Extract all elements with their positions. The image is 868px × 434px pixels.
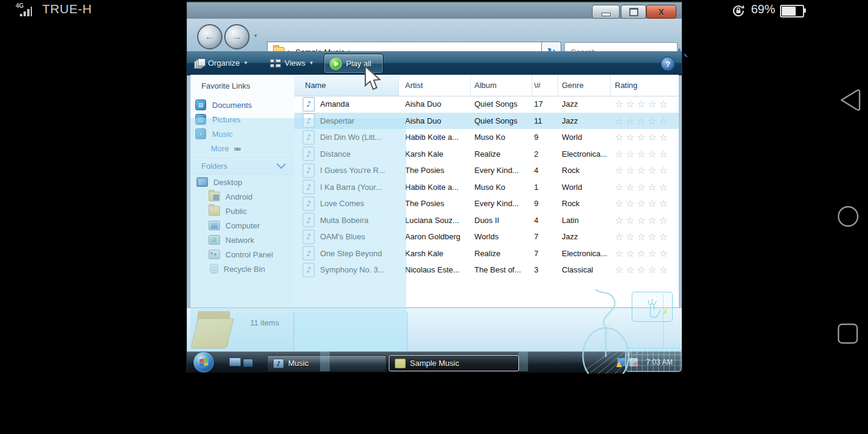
rating-star-icon[interactable]: ☆ — [615, 248, 626, 259]
tray-clock[interactable]: 7:03 AM — [646, 358, 673, 366]
back-button[interactable]: ← — [197, 24, 222, 49]
android-back-button[interactable] — [835, 88, 861, 112]
organize-button[interactable]: Organize ▼ — [194, 51, 248, 75]
table-row[interactable]: ♪I Guess You're R...The PosiesEvery Kind… — [294, 162, 679, 179]
rating-star-icon[interactable]: ☆ — [648, 181, 659, 193]
table-row[interactable]: ♪OAM's BluesAaron GoldbergWorlds7Jazz☆☆☆… — [294, 228, 679, 245]
rating-star-icon[interactable]: ☆ — [637, 198, 648, 209]
rating-star-icon[interactable]: ☆ — [648, 264, 659, 275]
rating-cell[interactable]: ☆☆☆☆☆ — [611, 248, 679, 259]
rating-star-icon[interactable]: ☆ — [659, 131, 670, 143]
rating-star-icon[interactable]: ☆ — [637, 98, 648, 110]
forward-button[interactable]: → — [224, 24, 250, 49]
table-row[interactable]: ♪Din Din Wo (Litt...Habib Koite a...Muso… — [294, 129, 679, 146]
folders-expander[interactable]: Folders — [190, 158, 294, 175]
rating-star-icon[interactable]: ☆ — [648, 198, 659, 209]
rating-cell[interactable]: ☆☆☆☆☆ — [611, 198, 679, 209]
rating-cell[interactable]: ☆☆☆☆☆ — [611, 165, 679, 176]
rating-star-icon[interactable]: ☆ — [648, 248, 659, 259]
column-header-rating[interactable]: Rating — [611, 75, 679, 96]
maximize-button[interactable] — [621, 5, 646, 19]
views-button[interactable]: Views ▼ — [270, 51, 313, 75]
rating-star-icon[interactable]: ☆ — [615, 115, 626, 127]
rating-star-icon[interactable]: ☆ — [659, 165, 670, 176]
rating-star-icon[interactable]: ☆ — [637, 181, 648, 193]
rating-star-icon[interactable]: ☆ — [615, 131, 626, 143]
rating-star-icon[interactable]: ☆ — [626, 181, 637, 193]
rating-star-icon[interactable]: ☆ — [615, 98, 626, 110]
rating-star-icon[interactable]: ☆ — [648, 115, 659, 127]
rating-star-icon[interactable]: ☆ — [637, 215, 648, 226]
rating-star-icon[interactable]: ☆ — [659, 215, 670, 226]
rating-star-icon[interactable]: ☆ — [637, 131, 648, 143]
sidebar-item-more[interactable]: More »» — [190, 141, 294, 156]
rating-star-icon[interactable]: ☆ — [626, 98, 637, 110]
rating-star-icon[interactable]: ☆ — [615, 231, 626, 242]
rating-cell[interactable]: ☆☆☆☆☆ — [611, 181, 679, 193]
sidebar-item-music[interactable]: ♪Music — [190, 127, 294, 141]
table-row[interactable]: ♪I Ka Barra (Your...Habib Koite a...Muso… — [294, 179, 679, 196]
rating-star-icon[interactable]: ☆ — [637, 165, 648, 176]
rating-cell[interactable]: ☆☆☆☆☆ — [611, 131, 679, 143]
rating-star-icon[interactable]: ☆ — [626, 231, 637, 242]
rating-star-icon[interactable]: ☆ — [626, 215, 637, 226]
rating-star-icon[interactable]: ☆ — [626, 148, 637, 160]
rating-star-icon[interactable]: ☆ — [626, 198, 637, 209]
rating-cell[interactable]: ☆☆☆☆☆ — [611, 98, 679, 110]
rating-star-icon[interactable]: ☆ — [659, 115, 670, 127]
rating-star-icon[interactable]: ☆ — [648, 131, 659, 143]
rating-star-icon[interactable]: ☆ — [648, 165, 659, 176]
rating-star-icon[interactable]: ☆ — [637, 231, 648, 242]
table-row[interactable]: ♪DistanceKarsh KaleRealize2Electronica..… — [294, 146, 679, 163]
table-row[interactable]: ♪AmandaAisha DuoQuiet Songs17Jazz☆☆☆☆☆ — [294, 96, 679, 113]
table-row[interactable]: ♪Symphony No. 3...Nicolaus Este...The Be… — [294, 262, 679, 278]
rating-star-icon[interactable]: ☆ — [659, 98, 670, 110]
rating-star-icon[interactable]: ☆ — [637, 248, 648, 259]
tree-item-desktop[interactable]: Desktop — [190, 175, 300, 189]
rating-star-icon[interactable]: ☆ — [648, 148, 659, 160]
rating-cell[interactable]: ☆☆☆☆☆ — [611, 115, 679, 127]
sidebar-item-documents[interactable]: ▤Documents — [190, 98, 294, 112]
switch-windows-quicklaunch-icon[interactable] — [243, 359, 253, 367]
android-home-button[interactable] — [835, 204, 861, 228]
rating-star-icon[interactable]: ☆ — [615, 165, 626, 176]
sidebar-item-pictures[interactable]: ◫Pictures — [190, 112, 294, 127]
table-row[interactable]: ♪Love ComesThe PosiesEvery Kind...9Rock☆… — [294, 195, 679, 212]
rating-star-icon[interactable]: ☆ — [615, 198, 626, 209]
show-desktop-quicklaunch-icon[interactable] — [229, 357, 241, 366]
rating-star-icon[interactable]: ☆ — [615, 215, 626, 226]
close-button[interactable]: X — [646, 5, 676, 19]
rating-cell[interactable]: ☆☆☆☆☆ — [611, 264, 679, 275]
rating-star-icon[interactable]: ☆ — [659, 181, 670, 193]
column-header-album[interactable]: Album — [471, 75, 532, 96]
rating-star-icon[interactable]: ☆ — [637, 148, 648, 160]
rating-star-icon[interactable]: ☆ — [626, 264, 637, 275]
rating-cell[interactable]: ☆☆☆☆☆ — [611, 231, 679, 242]
column-header-artist[interactable]: Artist — [399, 75, 471, 96]
rating-star-icon[interactable]: ☆ — [626, 248, 637, 259]
table-row[interactable]: ♪DespertarAisha DuoQuiet Songs11Jazz☆☆☆☆… — [294, 113, 679, 130]
table-row[interactable]: ♪One Step BeyondKarsh KaleRealize7Electr… — [294, 245, 679, 262]
rating-star-icon[interactable]: ☆ — [648, 231, 659, 242]
taskbar-button-music[interactable]: ♪ Music — [267, 355, 386, 371]
table-row[interactable]: ♪Muita BobeiraLuciana Souz...Duos II4Lat… — [294, 212, 679, 229]
rating-star-icon[interactable]: ☆ — [659, 264, 670, 275]
rating-star-icon[interactable]: ☆ — [648, 98, 659, 110]
rating-star-icon[interactable]: ☆ — [626, 165, 637, 176]
rating-star-icon[interactable]: ☆ — [659, 248, 670, 259]
minimize-button[interactable] — [592, 5, 620, 19]
rating-star-icon[interactable]: ☆ — [615, 148, 626, 160]
column-header-genre[interactable]: Genre — [558, 75, 611, 96]
help-button[interactable]: ? — [661, 57, 675, 71]
rating-star-icon[interactable]: ☆ — [615, 264, 626, 275]
rating-star-icon[interactable]: ☆ — [637, 115, 648, 127]
rating-star-icon[interactable]: ☆ — [615, 181, 626, 193]
start-button[interactable] — [193, 352, 214, 373]
rating-cell[interactable]: ☆☆☆☆☆ — [611, 148, 679, 160]
rating-star-icon[interactable]: ☆ — [626, 115, 637, 127]
rating-star-icon[interactable]: ☆ — [659, 198, 670, 209]
history-dropdown-icon[interactable]: ▼ — [253, 33, 258, 39]
rating-star-icon[interactable]: ☆ — [626, 131, 637, 143]
rating-star-icon[interactable]: ☆ — [648, 215, 659, 226]
rating-star-icon[interactable]: ☆ — [659, 231, 670, 242]
